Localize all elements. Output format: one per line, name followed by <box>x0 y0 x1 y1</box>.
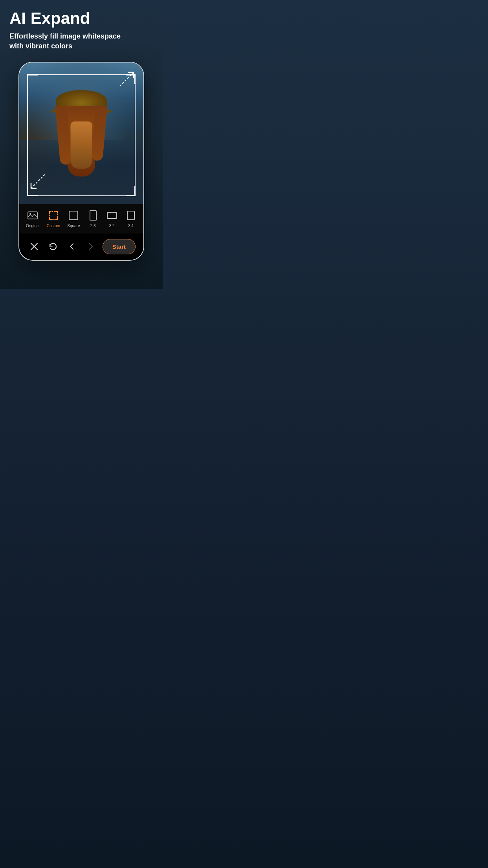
svg-rect-13 <box>69 211 78 220</box>
expand-arrow-top-right <box>116 68 138 90</box>
svg-line-0 <box>120 72 134 86</box>
2-3-label: 2:3 <box>90 224 96 228</box>
phone-mockup: Original <box>18 62 144 261</box>
custom-icon <box>48 210 59 221</box>
svg-line-1 <box>31 175 45 188</box>
3-4-icon <box>125 210 137 221</box>
header: AI Expand Effortlessly fill image whites… <box>0 0 163 58</box>
ratio-3-4[interactable]: 3:4 <box>125 210 137 228</box>
3-2-icon <box>106 210 118 221</box>
3-2-label: 3:2 <box>109 224 115 228</box>
svg-rect-15 <box>107 212 117 219</box>
ratio-original[interactable]: Original <box>26 210 39 228</box>
undo-button[interactable] <box>46 239 60 254</box>
svg-rect-4 <box>50 211 57 219</box>
corner-bottom-right <box>126 186 136 196</box>
2-3-icon <box>87 210 99 221</box>
page-subtitle: Effortlessly fill image whitespace with … <box>9 31 135 51</box>
page-wrapper: AI Expand Effortlessly fill image whites… <box>0 0 163 289</box>
expand-arrow-bottom-left <box>27 171 49 192</box>
custom-label: Custom <box>47 224 60 228</box>
ratio-options: Original <box>22 210 140 228</box>
close-button[interactable] <box>27 239 41 254</box>
bottom-bar: Start <box>19 234 143 260</box>
ratio-3-2[interactable]: 3:2 <box>106 210 118 228</box>
photo-area <box>19 63 143 204</box>
back-button[interactable] <box>65 239 79 254</box>
ratio-custom[interactable]: Custom <box>47 210 60 228</box>
square-icon <box>68 210 79 221</box>
svg-point-3 <box>29 213 31 215</box>
square-label: Square <box>67 224 80 228</box>
page-title: AI Expand <box>9 9 153 28</box>
ratio-square[interactable]: Square <box>67 210 80 228</box>
start-button[interactable]: Start <box>103 239 136 254</box>
ratio-2-3[interactable]: 2:3 <box>87 210 99 228</box>
3-4-label: 3:4 <box>128 224 134 228</box>
forward-button[interactable] <box>84 239 98 254</box>
toolbar: Original <box>19 204 143 234</box>
original-icon <box>27 210 39 221</box>
original-label: Original <box>26 224 39 228</box>
phone-container: Original <box>0 62 163 289</box>
svg-rect-14 <box>90 211 96 220</box>
svg-rect-16 <box>127 211 134 220</box>
